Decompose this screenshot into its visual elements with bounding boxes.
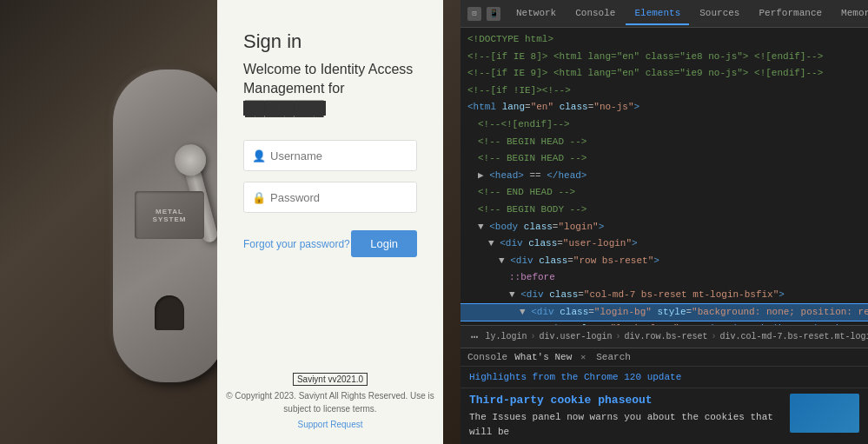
login-panel: METAL SYSTEM Sign in Welcome to Identity…: [0, 0, 461, 444]
code-line[interactable]: ▶ <head> == </head>: [461, 168, 868, 185]
code-line[interactable]: <!DOCTYPE html>: [461, 31, 868, 49]
code-line[interactable]: <!-- BEGIN HEAD -->: [461, 134, 868, 151]
code-line[interactable]: <!--[if IE 9]> <html lang="en" class="ie…: [461, 65, 868, 83]
password-group: 🔒: [243, 182, 417, 213]
login-form-container: Sign in Welcome to Identity Access Manag…: [217, 0, 443, 444]
cookie-illustration: [790, 394, 859, 433]
highlighted-code-line[interactable]: ▼ <div class="login-bg" style="backgroun…: [461, 304, 868, 321]
footer: Saviynt vv2021.0 © Copyright 2023. Saviy…: [226, 370, 434, 431]
breadcrumb-row[interactable]: div.row.bs-reset: [625, 332, 708, 341]
ellipsis-button[interactable]: ⋯: [467, 329, 481, 344]
code-line[interactable]: ::before: [461, 269, 868, 287]
breadcrumb-col-md7[interactable]: div.col-md-7.bs-reset.mt-login-bsfix: [720, 332, 868, 341]
device-icon[interactable]: 📱: [487, 7, 500, 21]
console-tab-search[interactable]: Search: [596, 352, 631, 362]
keyhole: [155, 295, 184, 330]
form-actions-row: Forgot your password? Login: [243, 230, 417, 257]
code-line[interactable]: <!-- END HEAD -->: [461, 184, 868, 202]
copyright-text: © Copyright 2023. Saviynt All Rights Res…: [226, 389, 434, 415]
console-tab-console[interactable]: Console: [467, 352, 507, 362]
breadcrumb-ly-login[interactable]: ly.login: [485, 332, 527, 341]
code-line[interactable]: <!--[if !IE]><!-->: [461, 83, 868, 100]
close-whatsnew-button[interactable]: ✕: [580, 352, 586, 362]
breadcrumb-bar: ⋯ ly.login › div.user-login › div.row.bs…: [461, 325, 868, 348]
username-input[interactable]: [243, 140, 417, 171]
user-icon: 👤: [252, 149, 266, 162]
tab-memory[interactable]: Memory: [832, 3, 868, 25]
password-input[interactable]: [243, 182, 417, 213]
welcome-text: Welcome to Identity Access Management fo…: [243, 60, 417, 118]
tab-elements[interactable]: Elements: [626, 3, 689, 25]
chrome-update-bar[interactable]: Highlights from the Chrome 120 update: [461, 367, 868, 388]
third-party-section: Third-party cookie phaseout The Issues p…: [461, 388, 868, 444]
lock-icon: 🔒: [252, 191, 266, 204]
code-line[interactable]: ▼ <div class="user-login">: [461, 235, 868, 253]
tab-console[interactable]: Console: [567, 3, 624, 25]
tab-performance[interactable]: Performance: [750, 3, 831, 25]
code-line[interactable]: ▼ <body class="login">: [461, 219, 868, 236]
devtools-code-content[interactable]: <!DOCTYPE html> <!--[if IE 8]> <html lan…: [461, 28, 868, 325]
code-line[interactable]: ▼ <div class="col-md-7 bs-reset mt-login…: [461, 287, 868, 304]
devtools-bottom: Console What's New ✕ Search Highlights f…: [461, 348, 868, 444]
username-group: 👤: [243, 140, 417, 171]
console-bar: Console What's New ✕ Search: [461, 348, 868, 367]
code-line[interactable]: <html lang="en" class="no-js">: [461, 99, 868, 116]
breadcrumb-user-login[interactable]: div.user-login: [539, 332, 612, 341]
forgot-password-link[interactable]: Forgot your password?: [243, 238, 350, 250]
company-name: ████████: [243, 101, 326, 116]
devtools-header: ⊡ 📱 Network Console Elements Sources Per…: [461, 0, 868, 28]
metal-badge: METAL SYSTEM: [135, 191, 204, 239]
sign-in-title: Sign in: [243, 30, 301, 53]
devtools-icons: ⊡ 📱: [467, 7, 500, 21]
code-line[interactable]: <!-- BEGIN BODY -->: [461, 202, 868, 219]
console-tab-whatsnew[interactable]: What's New: [514, 352, 572, 362]
cursor-icon[interactable]: ⊡: [467, 7, 481, 21]
tab-network[interactable]: Network: [507, 3, 565, 25]
code-line[interactable]: ▼ <div class="row bs-reset">: [461, 253, 868, 270]
version-badge: Saviynt vv2021.0: [293, 373, 368, 386]
support-link[interactable]: Support Request: [297, 420, 362, 429]
devtools-panel: ⊡ 📱 Network Console Elements Sources Per…: [461, 0, 868, 444]
tab-sources[interactable]: Sources: [691, 3, 748, 25]
code-line[interactable]: <!--[if IE 8]> <html lang="en" class="ie…: [461, 49, 868, 66]
code-line[interactable]: <!-- BEGIN HEAD -->: [461, 150, 868, 168]
code-line[interactable]: <!--<![endif]-->: [461, 116, 868, 134]
login-button[interactable]: Login: [351, 230, 417, 257]
